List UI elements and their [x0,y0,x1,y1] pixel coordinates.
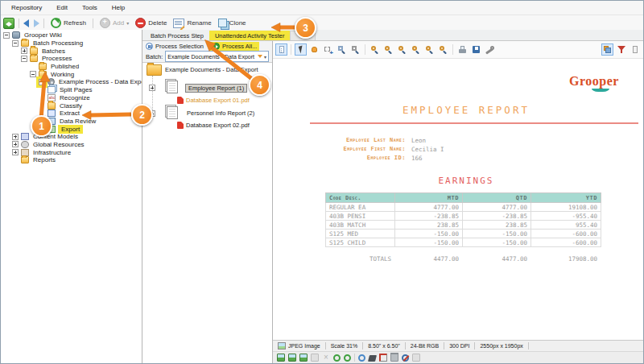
crop-icon[interactable] [379,354,387,362]
back-icon[interactable] [23,19,29,27]
attachment-item[interactable]: Database Export 01.pdf [186,97,250,104]
image-levels-icon[interactable] [288,354,296,362]
undo-icon[interactable] [412,354,420,362]
batch-root-folder[interactable]: Example Documents - Data Export [165,66,258,73]
zoom-in-icon[interactable] [369,43,381,56]
tree-item-extract[interactable]: Extract [47,110,142,118]
process-all-button[interactable]: Process All... [210,42,259,51]
menu-help[interactable]: Help [105,4,132,11]
batch-dropdown[interactable]: Example Documents - Data Export ▾ [165,51,269,62]
clone-icon [218,19,227,27]
refresh-all-icon[interactable] [344,354,351,362]
page-options-icon[interactable] [629,43,641,56]
rename-button[interactable]: Rename [171,18,213,29]
refresh-icon[interactable] [333,354,341,362]
tree-item-published[interactable]: Published [30,63,142,71]
tree-item-label: Recognize [58,94,92,101]
eraser-icon[interactable] [368,355,377,362]
tree-item-export[interactable]: Export [47,125,142,133]
tree-item-split-pages[interactable]: Split Pages [47,86,142,94]
tree-item-working[interactable]: Working [30,70,142,78]
save-image-icon[interactable] [470,43,482,56]
zoom-region-icon[interactable] [336,43,348,56]
image-toolbar: × [273,351,643,363]
image-tools-icon[interactable] [484,43,496,56]
zoom-page-icon[interactable] [349,43,361,56]
sync-icon[interactable] [358,354,365,362]
thumbnail-panel-icon[interactable] [601,43,613,56]
tester-actions: Process Selection Process All... [142,41,272,51]
tree-item-label: Classify [58,102,84,110]
play-icon [213,43,220,50]
save-icon[interactable] [311,354,319,362]
delete-icon [135,18,146,28]
forward-icon[interactable] [34,19,39,27]
tab-unattended-activity-tester[interactable]: Unattended Activity Tester [209,31,291,40]
expand-icon[interactable] [149,85,155,91]
logo-swoosh [592,89,609,92]
separator [43,19,44,28]
batch-tree: Example Documents - Data Export Employee… [142,62,272,363]
tree-item-batches[interactable]: Batches [21,47,142,55]
folder-icon [147,64,162,76]
expand-icon[interactable] [12,134,19,140]
collapse-icon[interactable] [3,32,10,39]
refresh-button[interactable]: Refresh [48,17,89,29]
menu-edit[interactable]: Edit [49,4,75,11]
chevron-down-icon: ▾ [126,20,129,26]
image-export-icon[interactable] [299,354,308,362]
zoom-fit-width-icon[interactable] [423,43,436,56]
zoom-actual-icon[interactable] [396,43,408,56]
select-region-icon[interactable] [322,43,334,56]
process-selection-button[interactable]: Process Selection [146,43,204,50]
filter-icon [258,55,262,58]
menu-tools[interactable]: Tools [75,4,105,11]
document-item-selected[interactable]: Employee Report (1) [185,84,247,93]
totals-row: TOTALS 4477.00 4477.00 17908.00 [325,255,601,263]
tree-item-label: Grooper Wiki [23,31,64,39]
zoom-out-icon[interactable] [382,43,394,56]
tree-item-recognize[interactable]: Recognize [47,94,142,102]
tree-item-example-process[interactable]: Example Process - Data Export [39,78,142,86]
tree-item-label: Split Pages [58,86,93,93]
collapse-icon[interactable] [21,56,27,62]
tree-item-label: Reports [31,156,57,163]
menu-bar: Repository Edit Tools Help [1,1,643,15]
image-adjust-icon[interactable] [277,354,285,362]
tab-batch-process-step[interactable]: Batch Process Step [145,31,209,40]
tree-item-reports[interactable]: Reports [12,156,142,164]
cell: -600.00 [531,238,601,247]
select-cursor-icon[interactable] [295,43,307,56]
delete-label: Delete [148,19,167,27]
expand-icon[interactable] [12,141,19,147]
tree-item-infrastructure[interactable]: Infrastructure [12,148,142,156]
pan-hand-icon[interactable] [308,43,320,56]
menu-repository[interactable]: Repository [4,4,49,11]
attachment-item[interactable]: Database Export 02.pdf [186,122,250,129]
tree-item-classify[interactable]: Classify [47,101,142,110]
zoom-fit-height-icon[interactable] [437,43,449,56]
totals-label: TOTALS [325,255,394,263]
expand-icon[interactable] [12,149,19,155]
navigate-icon[interactable] [3,18,14,29]
delete-button[interactable]: Delete [133,17,169,29]
zoom-fit-icon[interactable] [410,43,422,56]
title-rule [310,122,638,124]
page-preview-icon[interactable] [275,43,287,56]
cell: 955.40 [531,221,601,230]
collapse-icon-highlighted[interactable] [39,79,45,85]
collapse-icon[interactable] [12,40,19,47]
delete-page-icon[interactable] [390,354,398,362]
clone-button[interactable]: Clone [216,18,249,28]
add-button[interactable]: Add▾ [97,17,131,29]
batch-label: Batch: [146,53,163,60]
tree-item-content-models[interactable]: Content Models [12,133,142,141]
discard-icon[interactable]: × [322,354,330,362]
filter-icon[interactable] [615,43,627,56]
tree-item-global-resources[interactable]: Global Resources [12,141,142,149]
exclude-icon[interactable] [402,354,409,362]
document-item[interactable]: Personnel Info Report (2) [187,110,254,117]
print-icon[interactable] [456,43,469,56]
collapse-icon[interactable] [30,71,36,77]
expand-icon[interactable] [21,48,27,54]
